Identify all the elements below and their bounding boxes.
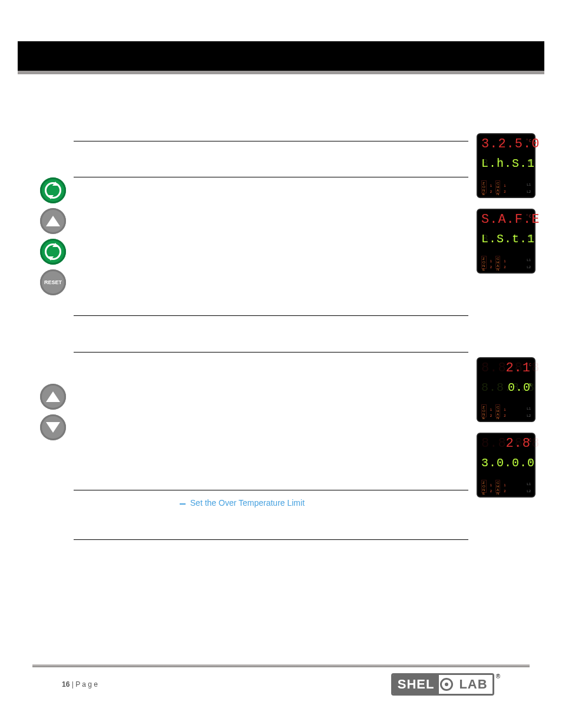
chan-1d: 1 (504, 483, 505, 487)
chan-2c: 2 (504, 414, 505, 417)
reset-button-icon: RESET (40, 269, 66, 295)
reset-label: RESET (44, 279, 62, 285)
arrow-up-icon (40, 208, 66, 234)
divider (74, 141, 468, 141)
step-2-text: 2. Push the Advance button until "Lh.S1"… (74, 183, 465, 196)
zone-2: 2 (490, 190, 492, 193)
page-num-value: 16 (62, 680, 70, 689)
page-word: P a g e (75, 680, 98, 689)
chan-1: 1 (504, 184, 505, 187)
registered-mark: ® (496, 673, 500, 680)
divider (74, 539, 468, 540)
brand-logo: SHEL LAB ® (391, 673, 500, 696)
divider (74, 177, 468, 177)
logo-dot-icon (439, 675, 454, 694)
advance-cycle-icon (40, 239, 66, 265)
step-9-text: 9. The Heating Indicator Light should no… (74, 417, 465, 430)
step-11-pre: 11. Perform the steps in the (74, 498, 177, 508)
label-l2: L2 (527, 190, 531, 193)
step-8-text: 8. Use the arrow keys to change the gree… (74, 388, 465, 401)
label-l1d: L1 (527, 482, 531, 486)
step-6-text: 6. On the EZ-Zone controller, change the… (74, 322, 465, 335)
divider (74, 490, 468, 490)
page-number: 16 | P a g e (62, 680, 98, 689)
logo-lab: LAB (454, 675, 492, 694)
xref-link[interactable]: Set the Over Temperature Limit (190, 498, 305, 508)
step-10-text: 10. The rate of flashing or the length o… (74, 447, 465, 474)
page-header-bar (18, 41, 544, 71)
chan-2d: 2 (504, 489, 505, 493)
arrow-up-icon (40, 384, 66, 410)
temp-controller-display-2: 8.8.8.8S.A.F.E°C 8.8.8.8L.S.t.1% ZONE 12… (477, 209, 535, 274)
divider (74, 315, 468, 316)
intro-text: The following example uses a set point o… (74, 100, 428, 122)
temp-controller-display-4: 8.8.8.82.8°C 8.8.8.83.0.0.0% ZONE 12 CHA… (477, 433, 535, 498)
step-5-text: 5. Push the Reset button twice. The L.St… (74, 286, 465, 299)
logo-shel: SHEL (393, 675, 439, 694)
advance-cycle-icon (40, 177, 66, 203)
zone-1c: 1 (490, 408, 492, 411)
step-3-text: 3. Press the Up arrow until the display … (74, 213, 465, 240)
arrow-down-icon (40, 414, 66, 440)
temp-controller-display-3: 8.8.8.82.1°C 8.8.8.80.0% ZONE 12 CHAN 12… (477, 357, 535, 422)
zone-2c: 2 (490, 414, 492, 417)
label-l1c: L1 (527, 407, 531, 410)
zone-1b: 1 (490, 259, 492, 263)
label-l2c: L2 (527, 414, 531, 417)
chan-2: 2 (504, 190, 505, 193)
zone-2b: 2 (490, 265, 492, 269)
step-7-text: 7. Push the Up or Down arrow key once. T… (74, 358, 465, 371)
label-l2d: L2 (527, 489, 531, 493)
chan-1c: 1 (504, 408, 505, 411)
label-l1: L1 (527, 183, 531, 186)
temp-controller-display-1: 8.8.8.83.2.5.0°C 8.8.8.8L.h.S.1% ZONE 12… (477, 133, 535, 198)
chan-2b: 2 (504, 265, 505, 269)
page-divider: | (70, 680, 75, 689)
chan-1b: 1 (504, 259, 505, 263)
step-1-text: 1. Set the Over Temperature Limit contro… (74, 147, 465, 160)
step-4-text: 4. Push the Advance button once to save … (74, 256, 465, 269)
label-l2b: L2 (527, 265, 531, 269)
footer-divider (32, 664, 530, 667)
label-l1b: L1 (527, 258, 531, 262)
step-11-text: 11. Perform the steps in the Set the Ove… (74, 496, 465, 523)
divider (74, 352, 468, 353)
zone-1d: 1 (490, 483, 492, 487)
zone-1: 1 (490, 184, 492, 187)
zone-2d: 2 (490, 489, 492, 493)
link-dash-icon (180, 503, 186, 505)
